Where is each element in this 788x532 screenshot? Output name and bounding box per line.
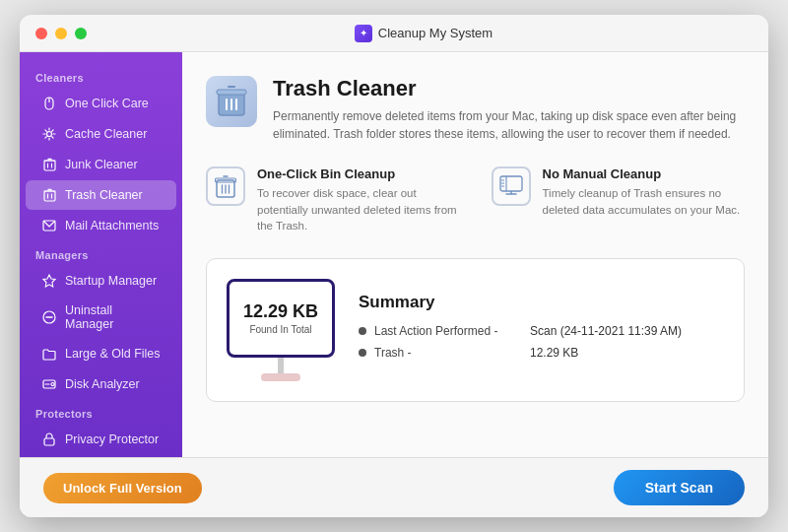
page-header-text: Trash Cleaner Permanently remove deleted… [273, 76, 745, 143]
uninstall-icon [41, 309, 57, 325]
startup-icon [41, 273, 57, 289]
section-label-managers: Managers [20, 241, 182, 265]
main-content: Cleaners One Click Care Cache Cleaner Ju… [20, 52, 768, 457]
svg-rect-21 [217, 90, 246, 95]
content-area: Trash Cleaner Permanently remove deleted… [182, 52, 768, 457]
sidebar: Cleaners One Click Care Cache Cleaner Ju… [20, 52, 182, 457]
page-title: Trash Cleaner [273, 76, 745, 101]
sidebar-item-label: One Click Care [65, 97, 149, 110]
sidebar-item-label: Privacy Protector [65, 432, 159, 446]
monitor-graphic: 12.29 KB Found In Total [227, 279, 335, 381]
sidebar-item-label: Startup Manager [65, 274, 157, 288]
sidebar-item-uninstall-manager[interactable]: Uninstall Manager [26, 297, 176, 338]
summary-card: 12.29 KB Found In Total Summary Last Act… [206, 258, 745, 402]
trash-active-icon [41, 187, 57, 203]
section-label-cleaners: Cleaners [20, 64, 182, 88]
feature-no-manual-desc: Timely cleanup of Trash ensures no delet… [543, 185, 746, 218]
summary-value-1: 12.29 KB [530, 346, 578, 360]
app-title: Cleanup My System [378, 26, 492, 40]
feature-one-click-desc: To recover disk space, clear out potenti… [257, 185, 460, 234]
sidebar-item-label: Junk Cleaner [65, 158, 138, 171]
summary-dot-1 [359, 349, 366, 357]
summary-row-0: Last Action Performed - Scan (24-11-2021… [359, 324, 724, 338]
footer: Unlock Full Version Start Scan [20, 457, 768, 517]
monitor-stand [278, 358, 284, 373]
app-icon: ✦ [355, 25, 372, 42]
summary-value-0: Scan (24-11-2021 11:39 AM) [530, 324, 682, 338]
sidebar-item-mail-attachments[interactable]: Mail Attachments [26, 211, 176, 240]
gear-icon [41, 126, 57, 142]
sidebar-item-junk-cleaner[interactable]: Junk Cleaner [26, 150, 176, 179]
bin-feature-icon [206, 166, 245, 206]
minimize-button[interactable] [55, 28, 67, 39]
page-header: Trash Cleaner Permanently remove deleted… [206, 76, 745, 143]
title-bar: ✦ Cleanup My System [20, 15, 768, 52]
maximize-button[interactable] [75, 28, 87, 39]
sidebar-item-startup-manager[interactable]: Startup Manager [26, 266, 176, 296]
title-bar-center: ✦ Cleanup My System [95, 25, 753, 42]
feature-no-manual-title: No Manual Cleanup [543, 166, 746, 181]
feature-one-click-title: One-Click Bin Cleanup [257, 166, 460, 181]
no-manual-feature-icon [492, 166, 531, 206]
sidebar-item-trash-cleaner[interactable]: Trash Cleaner [26, 180, 176, 210]
svg-rect-19 [44, 438, 54, 445]
summary-details: Summary Last Action Performed - Scan (24… [359, 293, 724, 367]
page-description: Permanently remove deleted items from yo… [273, 107, 745, 143]
page-header-icon [206, 76, 257, 127]
mail-icon [41, 218, 57, 233]
sidebar-item-label: Uninstall Manager [65, 303, 161, 331]
trash-icon [41, 157, 57, 172]
svg-point-17 [51, 383, 54, 386]
summary-dot-0 [359, 327, 366, 335]
sidebar-item-label: Cache Cleaner [65, 127, 147, 141]
sidebar-item-label: Trash Cleaner [65, 188, 143, 202]
sidebar-item-one-click-care[interactable]: One Click Care [26, 89, 176, 118]
disk-icon [41, 376, 57, 392]
sidebar-item-large-old-files[interactable]: Large & Old Files [26, 339, 176, 368]
close-button[interactable] [35, 28, 47, 39]
feature-no-manual: No Manual Cleanup Timely cleanup of Tras… [492, 166, 746, 234]
sidebar-item-label: Large & Old Files [65, 347, 161, 361]
summary-row-1: Trash - 12.29 KB [359, 346, 724, 360]
unlock-full-version-button[interactable]: Unlock Full Version [43, 473, 202, 503]
summary-label-0: Last Action Performed - [374, 324, 522, 338]
sidebar-item-cache-cleaner[interactable]: Cache Cleaner [26, 119, 176, 149]
sidebar-item-privacy-protector[interactable]: Privacy Protector [26, 425, 176, 454]
svg-rect-8 [44, 191, 55, 201]
svg-point-2 [47, 132, 52, 137]
app-window: ✦ Cleanup My System Cleaners One Click C… [20, 15, 768, 517]
lock-icon [41, 432, 57, 447]
summary-title: Summary [359, 293, 724, 312]
start-scan-button[interactable]: Start Scan [614, 470, 745, 505]
features-row: One-Click Bin Cleanup To recover disk sp… [206, 166, 745, 234]
sidebar-item-label: Disk Analyzer [65, 377, 140, 391]
mouse-icon [41, 96, 57, 111]
feature-one-click-text: One-Click Bin Cleanup To recover disk sp… [257, 166, 460, 234]
sidebar-item-disk-analyzer[interactable]: Disk Analyzer [26, 369, 176, 399]
monitor-screen: 12.29 KB Found In Total [227, 279, 335, 358]
folder-icon [41, 346, 57, 362]
feature-no-manual-text: No Manual Cleanup Timely cleanup of Tras… [543, 166, 746, 218]
sidebar-item-label: Mail Attachments [65, 219, 159, 233]
monitor-sub-text: Found In Total [249, 324, 311, 335]
monitor-size-text: 12.29 KB [243, 301, 318, 322]
section-label-protectors: Protectors [20, 400, 182, 424]
feature-one-click-bin: One-Click Bin Cleanup To recover disk sp… [206, 166, 460, 234]
summary-label-1: Trash - [374, 346, 522, 360]
monitor-base [261, 373, 300, 381]
svg-rect-3 [44, 161, 55, 170]
